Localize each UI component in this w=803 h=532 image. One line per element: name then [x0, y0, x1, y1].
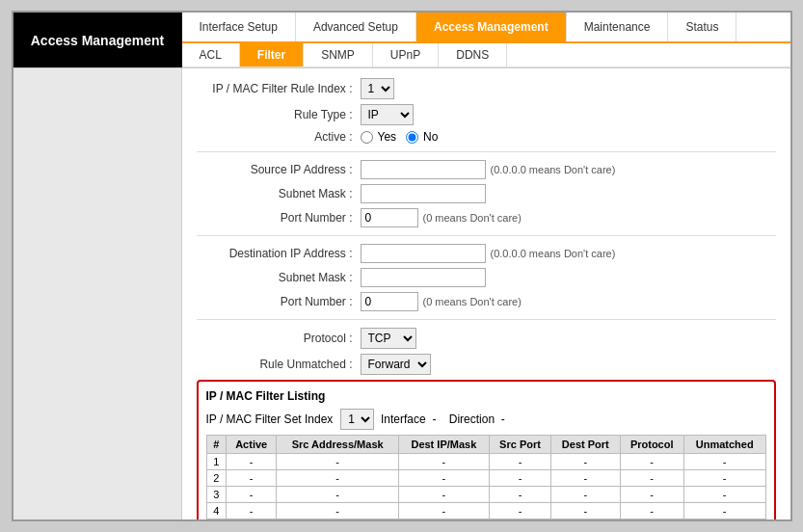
active-yes-radio[interactable] [361, 131, 373, 144]
tab-interface-setup[interactable]: Interface Setup [182, 13, 296, 41]
brand-box: Access Management [13, 13, 182, 67]
col-header-unmatched: Unmatched [683, 436, 765, 454]
filter-set-index-select[interactable]: 1 [340, 409, 374, 430]
active-yes-label: Yes [361, 130, 397, 144]
content-area: IP / MAC Filter Rule Index : 1 Rule Type… [13, 68, 790, 519]
source-ip-input[interactable] [361, 160, 486, 179]
protocol-control: TCP UDP ICMP All [361, 328, 416, 349]
subtab-acl[interactable]: ACL [182, 43, 240, 66]
table-cell-0-0: 1 [206, 454, 226, 470]
table-cell-4-5: - [551, 519, 620, 520]
table-cell-3-5: - [551, 503, 620, 519]
table-cell-1-3: - [398, 470, 489, 487]
divider-1 [197, 151, 776, 152]
table-cell-1-4: - [489, 470, 550, 487]
table-cell-2-4: - [489, 487, 550, 503]
filter-listing-title: IP / MAC Filter Listing [206, 389, 766, 403]
table-cell-1-0: 2 [206, 470, 226, 487]
divider-3 [197, 319, 776, 320]
col-header-active: Active [226, 436, 277, 454]
brand-title: Access Management [31, 33, 165, 48]
src-subnet-row: Subnet Mask : [197, 184, 776, 203]
protocol-select[interactable]: TCP UDP ICMP All [361, 328, 416, 349]
table-cell-3-2: - [277, 503, 398, 519]
table-cell-0-5: - [551, 454, 620, 470]
subtab-ddns[interactable]: DDNS [439, 43, 507, 66]
col-header-destport: Dest Port [551, 436, 620, 454]
table-cell-1-6: - [620, 470, 683, 487]
nav-tabs-sub: ACL Filter SNMP UPnP DDNS [182, 43, 790, 67]
table-cell-3-0: 4 [206, 503, 226, 519]
top-nav: Access Management Interface Setup Advanc… [13, 13, 790, 68]
rule-unmatched-row: Rule Unmatched : Forward Drop [197, 354, 776, 375]
subtab-snmp[interactable]: SNMP [304, 43, 373, 66]
nav-tabs-top: Interface Setup Advanced Setup Access Ma… [182, 13, 790, 43]
table-row: 5------- [206, 519, 765, 520]
dest-subnet-input[interactable] [361, 268, 486, 287]
tab-advanced-setup[interactable]: Advanced Setup [296, 13, 416, 41]
table-cell-3-6: - [620, 503, 683, 519]
filter-rule-index-label: IP / MAC Filter Rule Index : [197, 82, 361, 95]
table-cell-2-6: - [620, 487, 683, 503]
table-cell-2-5: - [551, 487, 620, 503]
col-header-dest: Dest IP/Mask [398, 436, 489, 454]
col-header-src: Src Address/Mask [277, 436, 398, 454]
dest-ip-input[interactable] [361, 244, 486, 263]
table-cell-1-1: - [226, 470, 277, 487]
source-ip-hint: (0.0.0.0 means Don't care) [491, 164, 616, 175]
src-port-input[interactable] [361, 208, 418, 227]
table-cell-0-1: - [226, 454, 277, 470]
filter-set-index-label: IP / MAC Filter Set Index [206, 412, 334, 426]
direction-label: Direction [449, 412, 495, 426]
rule-unmatched-label: Rule Unmatched : [197, 358, 361, 371]
active-no-radio[interactable] [406, 131, 418, 144]
tab-status[interactable]: Status [668, 13, 736, 41]
tab-maintenance[interactable]: Maintenance [567, 13, 669, 41]
rule-type-select[interactable]: IP MAC [361, 104, 414, 125]
interface-dash: - [432, 412, 436, 426]
table-cell-4-7: - [683, 519, 765, 520]
table-cell-3-3: - [398, 503, 489, 519]
table-cell-2-2: - [277, 487, 398, 503]
src-port-hint: (0 means Don't care) [423, 212, 522, 224]
active-no-text: No [423, 130, 438, 144]
table-cell-4-6: - [620, 519, 683, 520]
subtab-upnp[interactable]: UPnP [373, 43, 439, 66]
src-port-row: Port Number : (0 means Don't care) [197, 208, 776, 227]
src-subnet-input[interactable] [361, 184, 486, 203]
dest-port-label: Port Number : [197, 295, 361, 308]
table-cell-0-2: - [277, 454, 398, 470]
tab-access-management[interactable]: Access Management [416, 13, 567, 41]
source-ip-label: Source IP Address : [197, 163, 361, 176]
src-subnet-label: Subnet Mask : [197, 187, 361, 200]
active-yes-text: Yes [378, 130, 397, 144]
rule-type-label: Rule Type : [197, 108, 361, 121]
right-panel: IP / MAC Filter Rule Index : 1 Rule Type… [182, 68, 790, 519]
col-header-num: # [206, 436, 226, 454]
dest-ip-label: Destination IP Address : [197, 247, 361, 260]
table-cell-2-7: - [683, 487, 765, 503]
table-cell-1-2: - [277, 470, 398, 487]
source-ip-row: Source IP Address : (0.0.0.0 means Don't… [197, 160, 776, 179]
table-cell-1-7: - [683, 470, 765, 487]
rule-type-control: IP MAC [361, 104, 414, 125]
table-cell-2-0: 3 [206, 487, 226, 503]
dest-subnet-row: Subnet Mask : [197, 268, 776, 287]
nav-tabs-area: Interface Setup Advanced Setup Access Ma… [182, 13, 790, 67]
subtab-filter[interactable]: Filter [240, 43, 304, 66]
table-cell-4-1: - [226, 519, 277, 520]
table-cell-4-0: 5 [206, 519, 226, 520]
main-container: Access Management Interface Setup Advanc… [12, 11, 792, 521]
rule-unmatched-control: Forward Drop [361, 354, 431, 375]
left-panel [13, 68, 182, 519]
table-cell-3-1: - [226, 503, 277, 519]
filter-set-index-row: IP / MAC Filter Set Index 1 Interface - … [206, 409, 766, 430]
rule-unmatched-select[interactable]: Forward Drop [361, 354, 431, 375]
filter-rule-index-select[interactable]: 1 [361, 78, 394, 99]
dest-ip-row: Destination IP Address : (0.0.0.0 means … [197, 244, 776, 263]
dest-port-input[interactable] [361, 292, 418, 311]
table-row: 4------- [206, 503, 765, 519]
direction-dash: - [501, 412, 505, 426]
filter-listing-box: IP / MAC Filter Listing IP / MAC Filter … [197, 380, 776, 519]
active-row: Active : Yes No [197, 130, 776, 144]
